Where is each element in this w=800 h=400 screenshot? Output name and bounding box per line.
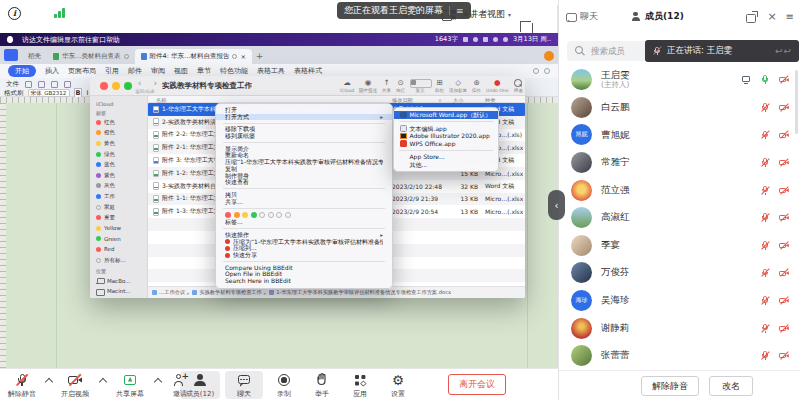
member-mic-icon[interactable] [760,296,770,306]
leave-meeting-button[interactable]: 离开会议 [448,374,506,395]
finder-toolbar-item[interactable]: ◉隔空投送 [359,78,377,93]
ribbon-tab[interactable]: 插入 [45,66,59,76]
path-crumb[interactable]: 实践教学材料专项检查工作▸ [192,289,266,296]
member-mic-icon[interactable] [760,213,770,223]
mic-options-chevron[interactable] [45,378,53,386]
path-crumb[interactable]: …工作会议▸ [152,289,189,296]
status-icon[interactable] [503,37,508,42]
undo-icon[interactable] [51,81,58,88]
ribbon-tab[interactable]: 引用 [105,66,119,76]
open-with-item[interactable]: 其他... [394,161,498,169]
video-options-chevron[interactable] [99,378,107,386]
tab-chat[interactable]: 聊天 [565,10,598,23]
sidebar-tag-item[interactable]: 紫色 [96,170,147,181]
open-with-item[interactable]: 文本编辑.app [394,125,498,133]
unmute-all-button[interactable]: 解除静音 [641,376,699,396]
wps-logo-icon[interactable] [4,49,18,61]
macos-menu-item[interactable]: 帮助 [106,36,120,44]
new-tab-button[interactable]: + [256,51,264,61]
member-row[interactable]: 旭妮曹旭妮 [559,121,800,149]
context-menu-item[interactable]: 打开▸ [216,107,392,114]
close-tab-icon[interactable]: × [240,53,245,61]
ribbon-tab[interactable]: 视图 [174,66,188,76]
open-with-item[interactable] [399,150,493,151]
ribbon-tab[interactable]: 章节 [197,66,211,76]
italic-button[interactable]: I [86,89,88,97]
context-menu-item[interactable]: 拷贝▸ [216,192,392,199]
context-menu-item[interactable]: ▸ [223,208,385,209]
finder-toolbar-item[interactable]: ☁iCloud [340,78,354,93]
panel-more-icon[interactable]: ≡ [786,11,794,22]
tag-color-dot[interactable] [242,212,248,218]
member-row[interactable]: 高淑红 [559,204,800,232]
apple-menu-icon[interactable] [7,36,13,43]
ribbon-tab[interactable]: 特色功能 [220,66,248,76]
context-menu-item[interactable]: Open File in BBEdit▸ [216,271,392,278]
ribbon-tab[interactable]: 邮件 [128,66,142,76]
context-menu-item[interactable]: ▸ [223,123,385,124]
macos-menu-item[interactable]: 访达 [22,36,36,44]
zoom-traffic-light[interactable] [124,82,132,90]
ribbon-tab[interactable]: 审阅 [151,66,165,76]
member-mic-icon[interactable] [760,240,770,250]
reply-arrows-icon[interactable]: ↩↩ [775,46,792,56]
chat-button[interactable]: 聊天 [226,372,262,399]
member-row[interactable]: 季宴 [559,232,800,260]
back-forward-buttons[interactable]: ‹ › [138,79,162,88]
context-menu-item[interactable]: 制作替身▸ [216,173,392,180]
context-menu-item[interactable]: ▸ [223,188,385,189]
member-camera-icon[interactable] [779,102,789,112]
member-mic-icon[interactable] [760,268,770,278]
banner-menu-icon[interactable]: ≡ [456,6,464,16]
member-mic-icon[interactable] [760,351,770,361]
record-button[interactable]: 录制 [266,372,302,399]
path-crumb[interactable]: 1-华东理工大学本科实践教学审核评估材料准备情况专项检查工作方案.docx▸ [269,289,451,296]
context-menu-item[interactable]: 共享…▸ [216,199,392,206]
member-mic-icon[interactable] [760,158,770,168]
raise-hand-button[interactable]: 举手 [304,372,340,399]
context-menu-item[interactable]: ▸ [223,228,385,229]
sidebar-location-item[interactable]: MacBo... [96,275,147,286]
meeting-info-button[interactable]: i [8,7,21,20]
context-menu-item[interactable]: 压缩到...▸ [216,245,392,252]
finder-toolbar-item[interactable]: ◇添加标签 [449,78,467,93]
ribbon-tab[interactable]: 表格工具 [257,66,285,76]
tab-docer[interactable]: 稻壳 [22,49,47,64]
context-menu-item[interactable]: 打开方式▸ [216,114,392,121]
minimize-traffic-light[interactable] [112,82,120,90]
member-camera-icon[interactable] [779,323,789,333]
macos-menu-item[interactable]: 编辑 [50,36,64,44]
sidebar-location-item[interactable]: 网络 [96,297,147,299]
sidebar-tag-item[interactable]: 红色 [96,117,147,128]
macos-menu-item[interactable]: 前往 [78,36,92,44]
member-camera-icon[interactable] [779,130,789,140]
macos-menu-item[interactable]: 窗口 [92,36,106,44]
sidebar-tag-item[interactable]: Red [96,244,147,255]
sidebar-tag-item[interactable]: 绿色 [96,149,147,160]
menubar-clock[interactable]: 3月13日 周.. [513,35,551,44]
fullscreen-button[interactable] [518,19,533,34]
sidebar-tag-item[interactable]: 重要 [96,212,147,223]
member-camera-icon[interactable] [779,158,789,168]
sidebar-tag-item[interactable]: Yellow [96,223,147,234]
save-icon[interactable] [25,81,32,88]
popout-panel-icon[interactable] [745,10,758,23]
member-row[interactable]: 白云鹏 [559,94,800,122]
member-mic-icon[interactable] [760,102,770,112]
font-name-select[interactable]: 宋体_GB2312 [28,89,70,97]
apps-button[interactable]: 应用 [342,372,378,399]
tag-color-dot[interactable] [285,212,291,218]
context-menu-item[interactable]: 重新命名▸ [216,152,392,159]
context-menu-item[interactable]: ▸ [223,142,385,143]
context-menu-item[interactable]: 快速操作▸ [216,232,392,239]
member-camera-icon[interactable] [779,185,789,195]
sidebar-tag-item[interactable]: Green [96,234,147,245]
tab-members[interactable]: 成员(12) [630,10,684,23]
member-row[interactable]: 范立强 [559,176,800,204]
finder-toolbar-item[interactable]: ⊞群组 [435,78,444,93]
context-menu-item[interactable]: 标签...▸ [216,219,392,226]
unmute-button[interactable]: 解除静音 [0,372,44,399]
context-menu-item[interactable]: Search Here in BBEdit▸ [216,278,392,285]
sidebar-location-item[interactable]: Macint... [96,286,147,297]
tab-document-2[interactable]: 附件4: 华东…材料自查报告 × [135,49,252,64]
